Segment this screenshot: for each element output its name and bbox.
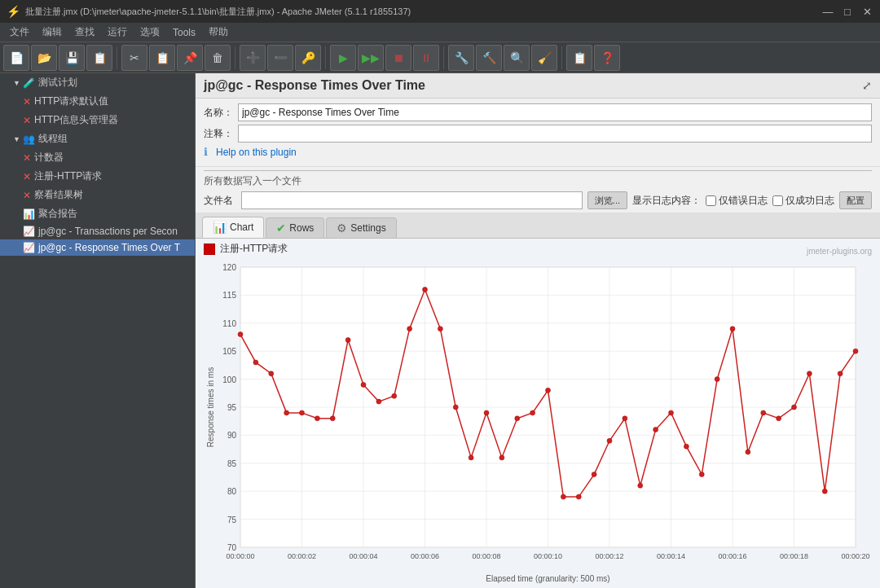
start-button[interactable]: ▶ — [330, 45, 356, 71]
tab-bar: 📊 Chart ✔ Rows ⚙ Settings — [196, 213, 880, 239]
svg-point-59 — [453, 405, 458, 410]
sidebar-item-register-request[interactable]: ✕ 注册-HTTP请求 — [0, 167, 195, 186]
svg-point-47 — [269, 371, 274, 376]
sidebar: ▼ 🧪 测试计划 ✕ HTTP请求默认值 ✕ HTTP信息头管理器 ▼ 👥 线程… — [0, 73, 196, 588]
new-button[interactable]: 📄 — [3, 45, 29, 71]
svg-text:00:00:10: 00:00:10 — [534, 552, 562, 560]
expand-button[interactable]: ➕ — [240, 45, 266, 71]
content-title: jp@gc - Response Times Over Time — [204, 78, 425, 93]
sidebar-item-label: jp@gc - Response Times Over T — [38, 242, 180, 253]
sidebar-item-rtt-chart[interactable]: 📈 jp@gc - Response Times Over T — [0, 239, 195, 256]
error-only-checkbox-label[interactable]: 仅错误日志 — [706, 194, 768, 208]
collapse-button[interactable]: ➖ — [267, 45, 293, 71]
menu-item-文件[interactable]: 文件 — [3, 24, 36, 41]
menu-item-Tools[interactable]: Tools — [166, 25, 202, 40]
chart-tab-icon: 📊 — [213, 221, 227, 234]
chart-area: 注册-HTTP请求 jmeter-plugins.org 70758085909… — [196, 239, 880, 588]
name-label: 名称： — [204, 106, 233, 120]
app-icon: ⚡ — [7, 5, 20, 18]
menu-item-查找[interactable]: 查找 — [68, 24, 101, 41]
svg-text:100: 100 — [222, 375, 236, 384]
svg-point-49 — [300, 410, 305, 415]
tab-chart[interactable]: 📊 Chart — [202, 217, 264, 238]
sidebar-item-view-results[interactable]: ✕ 察看结果树 — [0, 186, 195, 204]
chart-icon: 📈 — [23, 226, 35, 237]
chart-legend: 注册-HTTP请求 — [196, 239, 880, 259]
name-input[interactable] — [238, 103, 872, 121]
save-button[interactable]: 💾 — [59, 45, 85, 71]
svg-point-75 — [699, 472, 704, 477]
svg-point-65 — [546, 388, 551, 393]
toggle-button[interactable]: 🔑 — [295, 45, 321, 71]
sidebar-item-http-defaults[interactable]: ✕ HTTP请求默认值 — [0, 92, 195, 111]
tab-settings[interactable]: ⚙ Settings — [326, 217, 396, 238]
counter-icon: ✕ — [23, 152, 31, 164]
svg-point-55 — [392, 393, 397, 398]
comment-input[interactable] — [238, 125, 872, 143]
functions-button[interactable]: 📋 — [566, 45, 592, 71]
expand-icon[interactable]: ⤢ — [862, 79, 872, 92]
copy-button[interactable]: 📋 — [149, 45, 175, 71]
name-row: 名称： — [204, 103, 872, 121]
sidebar-item-test-plan[interactable]: ▼ 🧪 测试计划 — [0, 73, 195, 92]
stop-button[interactable]: ⏹ — [385, 45, 411, 71]
svg-text:00:00:08: 00:00:08 — [472, 552, 500, 560]
menu-item-编辑[interactable]: 编辑 — [36, 24, 68, 41]
success-only-label: 仅成功日志 — [785, 194, 834, 208]
sidebar-item-label: 线程组 — [38, 132, 68, 146]
sidebar-item-counter[interactable]: ✕ 计数器 — [0, 148, 195, 167]
clear-all-button[interactable]: 🧹 — [531, 45, 557, 71]
svg-point-78 — [746, 450, 750, 454]
sidebar-item-thread-group[interactable]: ▼ 👥 线程组 — [0, 129, 195, 148]
svg-text:Response times in ms: Response times in ms — [206, 367, 215, 447]
remote-stop-button[interactable]: 🔨 — [476, 45, 502, 71]
svg-point-73 — [669, 410, 674, 415]
toolbar: 📄 📂 💾 📋 ✂ 📋 📌 🗑 ➕ ➖ 🔑 ▶ ▶▶ ⏹ ⏸ 🔧 🔨 🔍 🧹 📋… — [0, 42, 880, 73]
close-button[interactable]: ✕ — [860, 5, 873, 18]
tab-rows[interactable]: ✔ Rows — [266, 217, 324, 238]
svg-point-84 — [838, 371, 843, 376]
menu-item-选项[interactable]: 选项 — [134, 24, 166, 41]
browse-button[interactable]: 浏览... — [587, 191, 627, 209]
config-icon: ✕ — [23, 115, 31, 126]
rows-tab-icon: ✔ — [276, 222, 286, 235]
chart-svg: 70758085909510010511011512000:00:0000:00… — [204, 259, 872, 588]
chart-svg-container: 70758085909510010511011512000:00:0000:00… — [196, 259, 880, 588]
sidebar-item-http-headers[interactable]: ✕ HTTP信息头管理器 — [0, 111, 195, 129]
content-area: jp@gc - Response Times Over Time ⤢ 名称： 注… — [196, 73, 880, 588]
shutdown-button[interactable]: ⏸ — [413, 45, 439, 71]
svg-point-46 — [253, 360, 258, 365]
open-button[interactable]: 📂 — [31, 45, 57, 71]
paste-button[interactable]: 📌 — [177, 45, 203, 71]
menu-item-帮助[interactable]: 帮助 — [202, 24, 235, 41]
remote-clear-button[interactable]: 🔍 — [504, 45, 530, 71]
success-only-checkbox-label[interactable]: 仅成功日志 — [772, 194, 834, 208]
arrow-icon: ▼ — [13, 79, 20, 87]
error-only-label: 仅错误日志 — [719, 194, 768, 208]
svg-point-48 — [284, 410, 289, 415]
menu-item-运行[interactable]: 运行 — [101, 24, 134, 41]
delete-button[interactable]: 🗑 — [205, 45, 231, 71]
minimize-button[interactable]: — — [821, 5, 834, 18]
save-as-button[interactable]: 📋 — [86, 45, 112, 71]
cut-button[interactable]: ✂ — [121, 45, 147, 71]
svg-text:70: 70 — [227, 543, 237, 552]
comment-row: 注释： — [204, 125, 872, 143]
log-content-label: 显示日志内容： — [632, 194, 701, 208]
svg-text:00:00:06: 00:00:06 — [411, 552, 439, 560]
sidebar-item-label: HTTP信息头管理器 — [34, 113, 118, 127]
sidebar-item-aggregate-report[interactable]: 📊 聚合报告 — [0, 204, 195, 223]
remote-start-button[interactable]: 🔧 — [448, 45, 474, 71]
sidebar-item-label: 测试计划 — [38, 76, 77, 90]
start-no-pause-button[interactable]: ▶▶ — [358, 45, 384, 71]
legend-label: 注册-HTTP请求 — [220, 242, 288, 256]
error-only-checkbox[interactable] — [706, 195, 716, 206]
svg-point-69 — [607, 438, 612, 443]
config-button[interactable]: 配置 — [839, 191, 872, 209]
file-name-input[interactable] — [241, 191, 583, 209]
success-only-checkbox[interactable] — [772, 195, 783, 206]
sidebar-item-tps-chart[interactable]: 📈 jp@gc - Transactions per Secon — [0, 223, 195, 239]
maximize-button[interactable]: □ — [841, 5, 854, 18]
help-button[interactable]: ❓ — [594, 45, 620, 71]
help-link[interactable]: Help on this plugin — [216, 147, 297, 158]
